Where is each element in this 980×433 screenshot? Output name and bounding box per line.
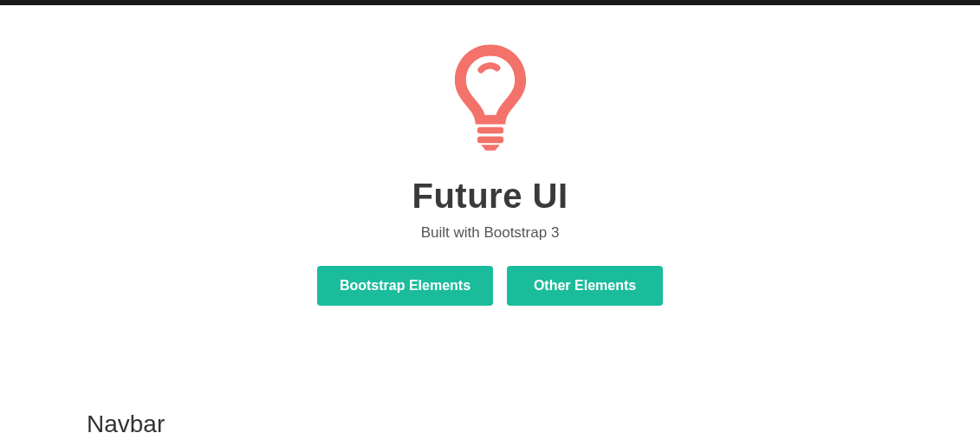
button-row: Bootstrap Elements Other Elements — [0, 266, 980, 306]
section-heading-navbar: Navbar — [87, 410, 165, 433]
other-elements-button[interactable]: Other Elements — [507, 266, 663, 306]
lightbulb-icon — [443, 40, 538, 156]
hero-section: Future UI Built with Bootstrap 3 Bootstr… — [0, 5, 980, 306]
bootstrap-elements-button[interactable]: Bootstrap Elements — [317, 266, 493, 306]
page-title: Future UI — [0, 177, 980, 216]
svg-rect-0 — [477, 127, 503, 134]
svg-rect-1 — [477, 137, 503, 144]
page-subtitle: Built with Bootstrap 3 — [0, 224, 980, 242]
